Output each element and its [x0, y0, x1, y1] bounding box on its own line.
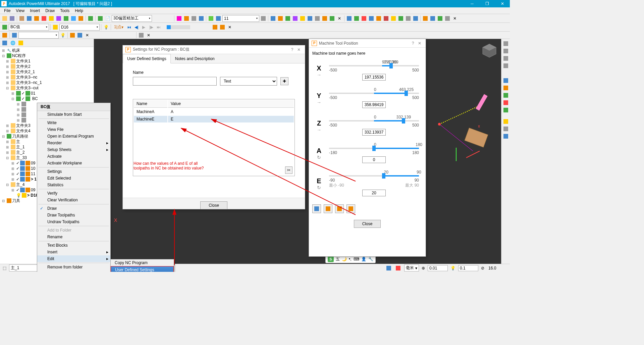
step-input[interactable]: 0.1 — [458, 265, 478, 271]
tool-icon-i10[interactable] — [412, 15, 419, 22]
tree-folder[interactable]: 文件夹4 — [16, 128, 31, 134]
num-combo[interactable]: 11▾ — [222, 15, 259, 22]
tree-tpn[interactable]: > 1 — [31, 177, 37, 182]
axis-input-A[interactable] — [362, 156, 386, 163]
sim-slider[interactable] — [167, 25, 190, 29]
minimize-button[interactable]: ─ — [465, 0, 480, 7]
block-icon[interactable] — [18, 15, 25, 22]
ctx-open-in-external-program[interactable]: Open in External Program — [37, 133, 110, 140]
axis-slider-X[interactable]: 97.6133197.369 -500500 — [326, 61, 422, 81]
tool-icon-h5[interactable] — [299, 15, 306, 22]
t3-close-icon[interactable]: ✕ — [84, 32, 91, 39]
tool-icon-h10[interactable]: ✕ — [336, 15, 343, 22]
tool-icon-5[interactable] — [63, 15, 69, 22]
ctx-remove-from-folder[interactable]: Remove from folder — [37, 264, 110, 270]
strategy-picker-icon[interactable]: 📄 — [104, 15, 111, 22]
tree-tpn[interactable]: 11 — [31, 171, 35, 176]
tree-tp[interactable]: 主_33 — [16, 155, 27, 161]
tool-icon-i5[interactable] — [375, 15, 382, 22]
axis-reset-Z[interactable]: → — [312, 127, 326, 133]
tool-icon-h8[interactable] — [321, 15, 328, 22]
ctx-settings[interactable]: Settings — [37, 168, 110, 175]
tool-icon-1[interactable] — [33, 15, 40, 22]
axis-input-E[interactable] — [362, 190, 386, 196]
tool-icon-h3[interactable] — [284, 15, 291, 22]
tool-icon-i7[interactable] — [390, 15, 397, 22]
tool-icon-h2[interactable] — [277, 15, 284, 22]
ime-moon-icon[interactable]: 🌙 — [342, 257, 347, 261]
ime-punct-icon[interactable]: •, — [349, 257, 352, 261]
tool-icon-g[interactable] — [260, 15, 267, 22]
rapid-icon[interactable] — [26, 15, 33, 22]
ctx-edit[interactable]: Edit — [37, 255, 110, 262]
tool-icon-2[interactable] — [41, 15, 47, 22]
rt-icon-2[interactable] — [502, 48, 509, 54]
ctx-rename[interactable]: Rename — [37, 234, 110, 240]
rt-icon-6[interactable] — [502, 85, 509, 91]
status-icon-1[interactable] — [385, 265, 392, 272]
ime-mode[interactable]: 五 — [336, 256, 340, 262]
rt-icon-5[interactable] — [502, 77, 509, 84]
tab-user-defined[interactable]: User Defined Settings — [123, 54, 171, 63]
add-param-button[interactable]: ✚ — [280, 77, 288, 85]
rt-icon-11[interactable] — [502, 126, 509, 132]
unit-combo[interactable]: 毫米▾ — [404, 264, 419, 272]
view-cube-icon[interactable] — [481, 42, 498, 59]
ctx-view-file[interactable]: View File — [37, 126, 110, 133]
menu-insert[interactable]: Insert — [27, 8, 43, 14]
save-icon[interactable] — [9, 15, 15, 22]
tool-icon-a[interactable] — [176, 15, 182, 22]
machine-btn-2[interactable] — [324, 204, 332, 213]
help-icon[interactable]: ? — [410, 41, 416, 46]
ctx-statistics[interactable]: Statistics — [37, 182, 110, 188]
tree-tb-3[interactable] — [17, 40, 24, 46]
ctx-edit-selected[interactable]: Edit Selected — [37, 175, 110, 182]
axis-slider-Y[interactable]: 0463.225 -500500 — [326, 89, 422, 108]
axis-slider-Z[interactable]: 0332.139 -500500 — [326, 116, 422, 136]
open-icon[interactable] — [1, 15, 8, 22]
machine-titlebar[interactable]: P Machine Tool Position ? ✕ — [309, 39, 426, 48]
t3-icon-6[interactable] — [138, 32, 145, 39]
nc-combo[interactable]: BC值▾ — [9, 24, 49, 31]
ctx-insert[interactable]: Insert — [37, 249, 110, 255]
tool-icon-h9[interactable] — [329, 15, 335, 22]
rt-icon-12[interactable] — [502, 133, 509, 140]
ctx-activate[interactable]: Activate — [37, 153, 110, 160]
close-button[interactable]: Close — [354, 220, 381, 228]
skip-start-icon[interactable]: ⏮ — [126, 24, 132, 31]
rt-icon-7[interactable] — [502, 92, 509, 99]
ctx-verify[interactable]: Verify — [37, 190, 110, 197]
ctx-write[interactable]: Write — [37, 119, 110, 126]
tree-tp[interactable]: 主_4 — [16, 182, 24, 188]
tree-machine[interactable]: 机床 — [12, 48, 20, 53]
tool-icon-i9[interactable] — [405, 15, 412, 22]
tool-icon-c[interactable] — [191, 15, 197, 22]
t3-icon-3[interactable]: 💡 — [59, 32, 66, 39]
delete-param-button[interactable]: ✂ — [285, 166, 292, 174]
tool-icon-h6[interactable] — [307, 15, 313, 22]
prev-icon[interactable]: ◀| — [133, 24, 140, 31]
menu-file[interactable]: File — [1, 8, 13, 14]
close-button[interactable]: ✕ — [495, 0, 510, 7]
axis-slider-E[interactable]: 2090 -9090 最小 -90最大 90 — [326, 171, 422, 196]
sim-close-icon[interactable]: ✕ — [226, 24, 233, 31]
rt-icon-10[interactable] — [502, 118, 509, 125]
close-icon[interactable]: ✕ — [296, 47, 302, 52]
tool-icon-j2[interactable] — [429, 15, 436, 22]
tree-tb-2[interactable]: 🌐 — [9, 40, 16, 46]
ctx-draw[interactable]: Draw — [37, 205, 110, 212]
axis-input-Z[interactable] — [362, 129, 386, 136]
sub-user-defined[interactable]: User Defined Settings — [111, 266, 174, 272]
axis-reset-Y[interactable]: → — [312, 100, 326, 105]
tool-icon-i6[interactable] — [383, 15, 389, 22]
type-select[interactable]: Text — [220, 77, 277, 86]
t3-close-icon-2[interactable]: ✕ — [145, 32, 152, 39]
tool-icon-6[interactable] — [70, 15, 77, 22]
tree-tp[interactable]: 主 — [16, 139, 20, 145]
ctx-activate-workplane[interactable]: Activate Workplane — [37, 160, 110, 166]
tree-toolpaths[interactable]: 刀具路径 — [12, 134, 28, 139]
ctx-draw-toolpaths[interactable]: Draw Toolpaths — [37, 212, 110, 218]
table-row[interactable]: MachineEE — [134, 116, 294, 122]
tool-icon-7[interactable] — [77, 15, 84, 22]
ime-keyboard-icon[interactable]: ⌨ — [354, 257, 359, 261]
